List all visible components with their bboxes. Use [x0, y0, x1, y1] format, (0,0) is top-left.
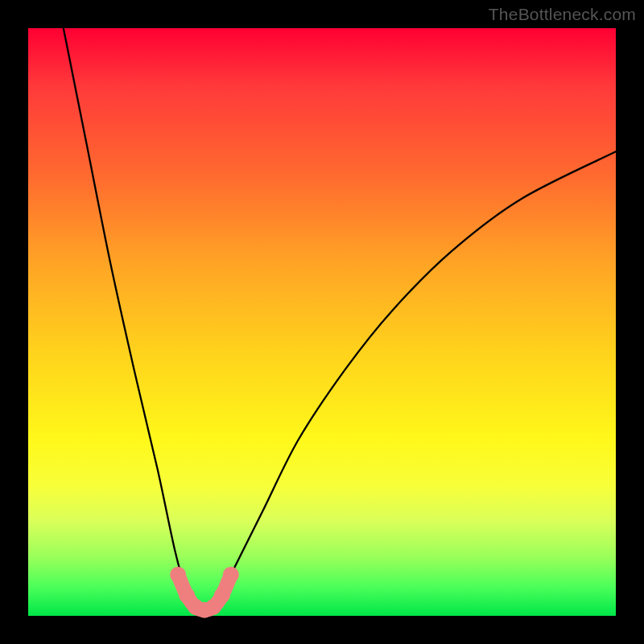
attribution-text: TheBottleneck.com: [489, 5, 636, 24]
optimal-cluster: [170, 567, 239, 618]
chart-frame: TheBottleneck.com: [0, 0, 644, 644]
bottleneck-curve: [64, 28, 616, 613]
chart-svg: [28, 28, 616, 616]
optimal-marker: [223, 567, 239, 583]
optimal-marker: [214, 587, 230, 603]
optimal-marker: [170, 567, 186, 583]
